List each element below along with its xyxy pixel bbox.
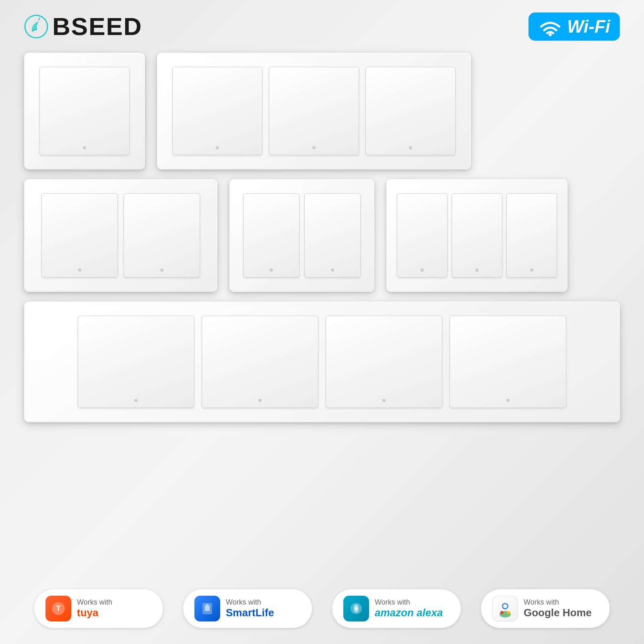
switch-button[interactable] (365, 67, 456, 155)
alexa-badge: Works with amazon alexa (332, 589, 461, 628)
page: BSEED Wi-Fi (0, 0, 644, 644)
indicator-dot (160, 268, 163, 272)
alexa-icon (343, 596, 369, 621)
row-1 (24, 53, 620, 169)
wifi-label: Wi-Fi (567, 17, 610, 37)
panel-4gang (24, 301, 620, 422)
switch-button[interactable] (397, 193, 448, 278)
footer-badges: T Works with tuya Works with SmartLife (24, 585, 620, 632)
indicator-dot (409, 146, 412, 149)
panel-1gang (24, 53, 145, 169)
indicator-dot (258, 399, 262, 402)
indicator-dot (312, 146, 316, 149)
switch-button[interactable] (506, 193, 557, 278)
panel-2gang-mid (229, 179, 374, 292)
svg-point-1 (549, 33, 552, 36)
indicator-dot (83, 146, 86, 149)
svg-point-7 (355, 607, 357, 610)
switch-button[interactable] (172, 67, 262, 155)
google-icon (492, 596, 518, 621)
svg-point-12 (507, 611, 510, 614)
indicator-dot (530, 268, 533, 272)
tuya-icon: T (45, 596, 71, 621)
switch-button[interactable] (452, 193, 502, 278)
switches-area (24, 53, 620, 577)
indicator-dot (216, 146, 219, 149)
tuya-works-with: Works with (77, 598, 112, 607)
switch-button[interactable] (269, 67, 359, 155)
switch-button[interactable] (202, 316, 318, 408)
panel-3gang (157, 53, 471, 169)
indicator-dot (270, 268, 273, 272)
header: BSEED Wi-Fi (24, 12, 620, 41)
indicator-dot (506, 399, 510, 402)
alexa-works-with: Works with (375, 598, 443, 607)
brand-name: BSEED (52, 12, 142, 41)
panel-3gang-right (386, 179, 568, 292)
smartlife-works-with: Works with (226, 598, 274, 607)
indicator-dot (331, 268, 334, 272)
smartlife-badge: Works with SmartLife (183, 589, 312, 628)
alexa-text: Works with amazon alexa (375, 598, 443, 619)
switch-button[interactable] (243, 193, 299, 278)
indicator-dot (382, 399, 386, 402)
row-2 (24, 179, 620, 292)
wifi-badge: Wi-Fi (528, 12, 620, 41)
switch-button[interactable] (326, 316, 442, 408)
smartlife-icon (194, 596, 220, 621)
google-works-with: Works with (524, 598, 592, 607)
indicator-dot (134, 399, 138, 402)
smartlife-text: Works with SmartLife (226, 598, 274, 619)
switch-button[interactable] (124, 193, 200, 278)
switch-button[interactable] (450, 316, 566, 408)
indicator-dot (421, 268, 424, 272)
brand-logo: BSEED (24, 12, 142, 41)
tuya-brand-name: tuya (77, 607, 112, 619)
switch-button[interactable] (41, 193, 118, 278)
google-badge: Works with Google Home (481, 589, 610, 628)
row-3 (24, 301, 620, 422)
switch-button[interactable] (39, 67, 130, 155)
google-text: Works with Google Home (524, 598, 592, 619)
indicator-dot (475, 268, 479, 272)
svg-point-11 (500, 611, 504, 614)
alexa-brand-name: amazon alexa (375, 607, 443, 619)
switch-button[interactable] (304, 193, 361, 278)
wifi-icon (538, 17, 562, 37)
bseed-icon (24, 14, 48, 39)
smartlife-brand-name: SmartLife (226, 607, 274, 619)
switch-button[interactable] (78, 316, 194, 408)
svg-text:T: T (56, 605, 61, 613)
svg-point-9 (503, 604, 507, 608)
tuya-text: Works with tuya (77, 598, 112, 619)
panel-2gang-left (24, 179, 217, 292)
tuya-badge: T Works with tuya (34, 589, 163, 628)
google-brand-name: Google Home (524, 607, 592, 619)
indicator-dot (78, 268, 81, 272)
